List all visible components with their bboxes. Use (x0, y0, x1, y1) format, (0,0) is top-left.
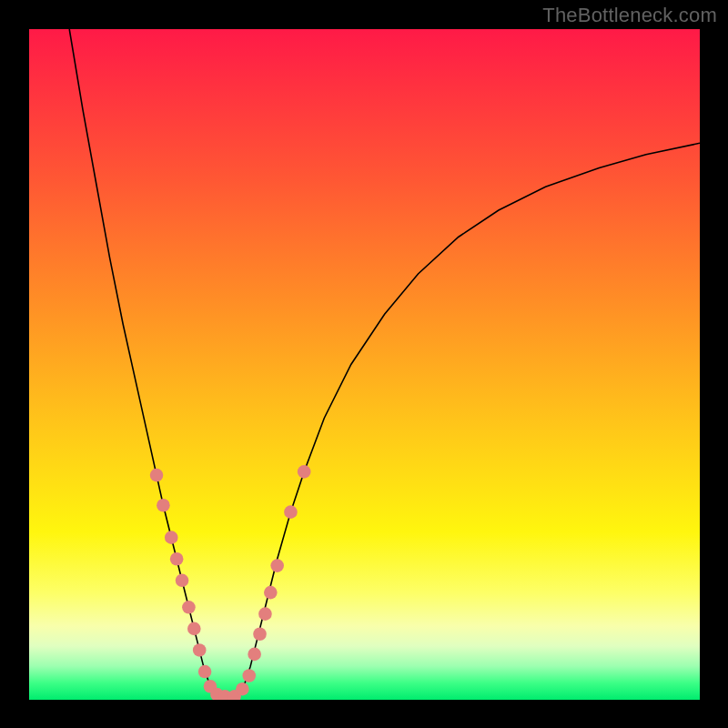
highlight-dot (253, 627, 267, 641)
highlight-dot (236, 682, 249, 696)
highlight-dot (248, 648, 261, 662)
chart-container: TheBottleneck.com (0, 0, 728, 728)
highlight-dot (150, 469, 164, 482)
highlight-dot (284, 505, 298, 519)
highlight-dot (157, 499, 170, 512)
highlight-dot (176, 574, 189, 588)
highlight-dot (187, 622, 201, 636)
highlight-dot (298, 465, 311, 479)
highlight-dot (193, 643, 207, 657)
highlight-dot (198, 665, 212, 679)
watermark-text: TheBottleneck.com (542, 4, 717, 27)
highlight-dot (264, 586, 278, 600)
curve-layer (29, 29, 700, 700)
highlight-dots (150, 465, 311, 700)
highlight-dot (170, 552, 184, 566)
highlight-dot (182, 601, 196, 614)
highlight-dot (270, 559, 284, 572)
highlight-dot (165, 531, 178, 544)
highlight-dot (258, 607, 272, 621)
plot-area (29, 29, 700, 700)
bottleneck-curve (69, 29, 700, 696)
highlight-dot (242, 669, 256, 682)
